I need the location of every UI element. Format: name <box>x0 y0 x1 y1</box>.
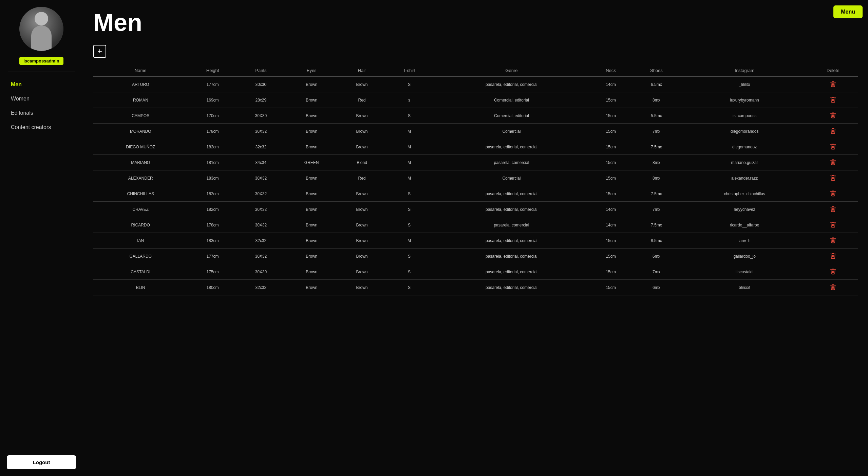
cell-height: 169cm <box>188 92 237 108</box>
table-row: MORANDO178cm30X32BrownBrownMComercial15c… <box>93 124 858 139</box>
cell-genre: pasarela, editorial, comercial <box>433 280 590 295</box>
cell-shoes: 7mx <box>632 202 681 217</box>
cell-tshirt: S <box>385 77 433 92</box>
add-button[interactable]: + <box>93 45 106 58</box>
table-row: RICARDO178cm30X32BrownBrownSpasarela, co… <box>93 217 858 233</box>
cell-height: 181cm <box>188 155 237 170</box>
delete-button[interactable] <box>830 96 836 103</box>
table-row: MARIANO181cm34x34GREENBlondMpasarela, co… <box>93 155 858 170</box>
table-row: ARTURO177cm30x30BrownBrownSpasarela, edi… <box>93 77 858 92</box>
cell-hair: Brown <box>339 280 385 295</box>
delete-button[interactable] <box>830 158 836 166</box>
cell-shoes: 6.5mx <box>632 77 681 92</box>
cell-delete <box>808 92 858 108</box>
cell-instagram: alexander.razz <box>681 170 808 186</box>
delete-button[interactable] <box>830 268 836 275</box>
cell-pants: 30X32 <box>238 249 284 264</box>
cell-shoes: 6mx <box>632 249 681 264</box>
cell-pants: 32x32 <box>238 139 284 155</box>
cell-height: 177cm <box>188 249 237 264</box>
cell-neck: 15cm <box>590 186 632 202</box>
cell-instagram: mariano.guizar <box>681 155 808 170</box>
sidebar: lscampossadmin MenWomenEditorialsContent… <box>0 0 83 476</box>
sidebar-item-men[interactable]: Men <box>7 78 76 91</box>
cell-pants: 28x29 <box>238 92 284 108</box>
col-header-pants: Pants <box>238 65 284 77</box>
cell-eyes: Brown <box>284 92 339 108</box>
cell-height: 183cm <box>188 170 237 186</box>
cell-eyes: Brown <box>284 108 339 124</box>
cell-name: CASTALDI <box>93 264 188 280</box>
table-row: DIEGO MUÑOZ182cm32x32BrownBrownMpasarela… <box>93 139 858 155</box>
cell-pants: 30X32 <box>238 124 284 139</box>
cell-delete <box>808 186 858 202</box>
cell-pants: 30X32 <box>238 186 284 202</box>
delete-button[interactable] <box>830 236 836 244</box>
cell-instagram: luxurybyromann <box>681 92 808 108</box>
cell-shoes: 8mx <box>632 170 681 186</box>
cell-genre: pasarela, editorial, comercial <box>433 77 590 92</box>
cell-eyes: Brown <box>284 217 339 233</box>
cell-pants: 30X32 <box>238 217 284 233</box>
delete-button[interactable] <box>830 221 836 228</box>
cell-shoes: 5.5mx <box>632 108 681 124</box>
col-header-eyes: Eyes <box>284 65 339 77</box>
nav-menu: MenWomenEditorialsContent creators <box>0 78 83 134</box>
delete-button[interactable] <box>830 80 836 88</box>
cell-height: 182cm <box>188 186 237 202</box>
models-table: NameHeightPantsEyesHairT-shirtGenreNeckS… <box>93 65 858 295</box>
cell-height: 178cm <box>188 217 237 233</box>
cell-shoes: 7mx <box>632 264 681 280</box>
cell-name: IAN <box>93 233 188 249</box>
delete-button[interactable] <box>830 111 836 119</box>
sidebar-item-women[interactable]: Women <box>7 92 76 105</box>
cell-name: RICARDO <box>93 217 188 233</box>
cell-delete <box>808 108 858 124</box>
cell-instagram: diegomorandos <box>681 124 808 139</box>
delete-button[interactable] <box>830 252 836 259</box>
cell-name: MORANDO <box>93 124 188 139</box>
delete-button[interactable] <box>830 205 836 213</box>
trash-icon <box>830 268 836 275</box>
sidebar-item-editorials[interactable]: Editorials <box>7 107 76 120</box>
cell-tshirt: M <box>385 233 433 249</box>
trash-icon <box>830 143 836 150</box>
delete-button[interactable] <box>830 189 836 197</box>
cell-shoes: 7.5mx <box>632 217 681 233</box>
delete-button[interactable] <box>830 174 836 181</box>
trash-icon <box>830 158 836 166</box>
cell-shoes: 7mx <box>632 124 681 139</box>
cell-pants: 32x32 <box>238 233 284 249</box>
cell-shoes: 7.5mx <box>632 139 681 155</box>
cell-delete <box>808 139 858 155</box>
cell-height: 183cm <box>188 233 237 249</box>
delete-button[interactable] <box>830 127 836 134</box>
cell-eyes: Brown <box>284 202 339 217</box>
cell-delete <box>808 264 858 280</box>
cell-eyes: Brown <box>284 170 339 186</box>
logout-button[interactable]: Logout <box>7 455 76 469</box>
delete-button[interactable] <box>830 283 836 291</box>
cell-instagram: christopher_chinchillas <box>681 186 808 202</box>
sidebar-item-content-creators[interactable]: Content creators <box>7 121 76 134</box>
cell-name: DIEGO MUÑOZ <box>93 139 188 155</box>
table-row: CHAVEZ182cm30X32BrownBrownSpasarela, edi… <box>93 202 858 217</box>
cell-height: 177cm <box>188 77 237 92</box>
cell-instagram: heyychavez <box>681 202 808 217</box>
cell-name: CHINCHILLAS <box>93 186 188 202</box>
cell-neck: 15cm <box>590 264 632 280</box>
cell-shoes: 8mx <box>632 155 681 170</box>
table-row: ROMAN169cm28x29BrownRedsComercial, edito… <box>93 92 858 108</box>
cell-genre: pasarela, editorial, comercial <box>433 202 590 217</box>
cell-shoes: 8mx <box>632 92 681 108</box>
delete-button[interactable] <box>830 143 836 150</box>
menu-button[interactable]: Menu <box>833 5 863 18</box>
cell-hair: Brown <box>339 202 385 217</box>
cell-eyes: Brown <box>284 280 339 295</box>
cell-name: ROMAN <box>93 92 188 108</box>
col-header-name: Name <box>93 65 188 77</box>
table-row: BLIN180cm32x32BrownBrownSpasarela, edito… <box>93 280 858 295</box>
cell-eyes: Brown <box>284 264 339 280</box>
cell-neck: 15cm <box>590 92 632 108</box>
cell-genre: pasarela, editorial, comercial <box>433 233 590 249</box>
